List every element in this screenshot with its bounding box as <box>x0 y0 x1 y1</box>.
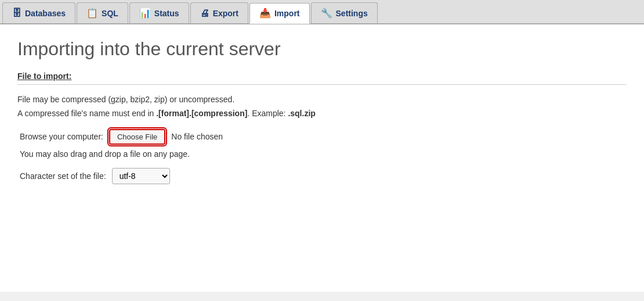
section-label: File to import: <box>17 71 627 85</box>
tab-settings[interactable]: 🔧 Settings <box>311 2 378 23</box>
settings-icon: 🔧 <box>321 8 332 19</box>
tab-sql[interactable]: 📋 SQL <box>77 2 128 23</box>
charset-select[interactable]: utf-8 <box>112 168 170 184</box>
tab-status-label: Status <box>154 9 179 18</box>
tab-bar: 🗄 Databases 📋 SQL 📊 Status 🖨 Export 📥 Im… <box>0 0 644 24</box>
charset-row: Character set of the file: utf-8 <box>20 168 627 184</box>
info-line2-example: .sql.zip <box>288 109 315 118</box>
tab-import[interactable]: 📥 Import <box>249 3 310 24</box>
info-line2-middle: . Example: <box>247 109 288 118</box>
info-block: File may be compressed (gzip, bzip2, zip… <box>17 93 627 121</box>
tab-export-label: Export <box>213 9 238 18</box>
info-line1: File may be compressed (gzip, bzip2, zip… <box>17 93 627 107</box>
tab-settings-label: Settings <box>336 9 368 18</box>
info-line2: A compressed file's name must end in .[f… <box>17 107 627 121</box>
choose-file-button[interactable]: Choose File <box>109 129 165 145</box>
import-icon: 📥 <box>259 8 271 19</box>
page-title: Importing into the current server <box>17 38 627 60</box>
tab-databases-label: Databases <box>25 9 66 18</box>
status-icon: 📊 <box>139 8 151 19</box>
tab-export[interactable]: 🖨 Export <box>190 2 248 23</box>
no-file-label: No file chosen <box>171 132 223 141</box>
tab-sql-label: SQL <box>102 9 118 18</box>
browse-label: Browse your computer: <box>20 132 103 141</box>
databases-icon: 🗄 <box>12 8 21 19</box>
info-line2-prefix: A compressed file's name must end in <box>17 109 156 118</box>
export-icon: 🖨 <box>200 8 209 19</box>
charset-label: Character set of the file: <box>20 171 106 181</box>
tab-import-label: Import <box>274 9 300 18</box>
info-line2-highlight: .[format].[compression] <box>156 109 247 118</box>
sql-icon: 📋 <box>86 8 98 19</box>
tab-status[interactable]: 📊 Status <box>129 2 189 23</box>
browse-row: Browse your computer: Choose File No fil… <box>20 129 627 145</box>
main-content: Importing into the current server File t… <box>0 24 644 292</box>
drag-drop-text: You may also drag and drop a file on any… <box>20 149 627 159</box>
tab-databases[interactable]: 🗄 Databases <box>2 2 75 23</box>
